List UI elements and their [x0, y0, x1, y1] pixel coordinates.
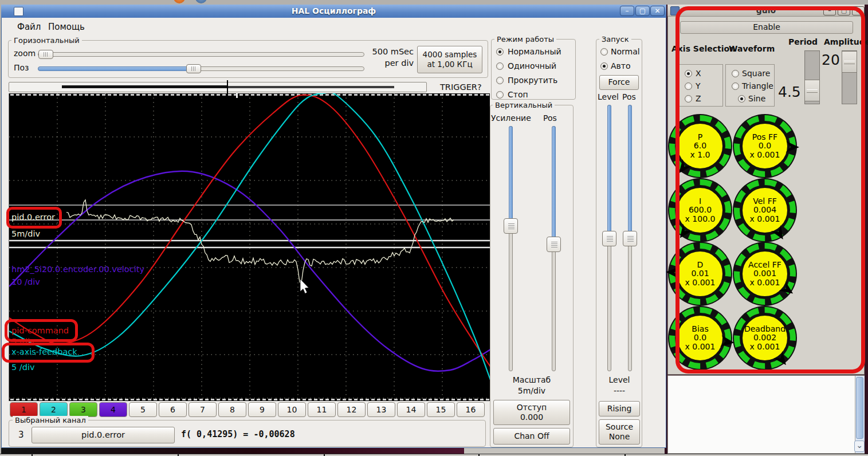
channel-button-4[interactable]: 4	[99, 402, 127, 417]
gain-label: Усиление	[491, 113, 531, 123]
gui0-window-icon	[670, 6, 680, 15]
trigger-marker[interactable]	[227, 80, 228, 94]
axis-y-label[interactable]: Y	[696, 81, 701, 91]
mode-single-label[interactable]: Одиночный	[508, 61, 556, 70]
knob-i[interactable]: I600.0x 100.0	[668, 178, 732, 242]
axis-x-radio[interactable]	[685, 70, 692, 77]
vertical-pos-slider-handle[interactable]	[547, 237, 561, 252]
gain-slider-handle[interactable]	[504, 218, 518, 234]
channel-button-14[interactable]: 14	[397, 402, 425, 417]
amplitude-slider-handle[interactable]	[842, 51, 857, 73]
mode-roll-radio[interactable]	[496, 77, 504, 84]
desktop-top-strip	[0, 0, 868, 5]
samples-button[interactable]: 4000 samples at 1,00 КГц	[417, 46, 482, 73]
knob-bias[interactable]: Bias0.0x 0.001	[668, 306, 732, 370]
channel-button-13[interactable]: 13	[367, 402, 395, 417]
waveform-sine-radio[interactable]	[738, 95, 745, 103]
hal-window-icon	[14, 7, 23, 16]
trigger-remaining-span	[228, 86, 394, 88]
channel-button-12[interactable]: 12	[337, 402, 366, 417]
taskbar-edge[interactable]	[0, 454, 868, 456]
knob-d[interactable]: D0.01x 0.001	[668, 242, 732, 306]
waveform-sine-label[interactable]: Sine	[748, 94, 765, 103]
chan-off-button[interactable]: Chan Off	[493, 428, 570, 445]
knob-deadband[interactable]: Deadband0.002x 0.001	[733, 306, 797, 370]
knob-pointer	[666, 240, 734, 308]
channel-button-6[interactable]: 6	[159, 402, 187, 417]
gui0-maximize-button[interactable]: ▢	[838, 6, 850, 15]
menu-file[interactable]: Файл	[14, 21, 44, 33]
menu-help[interactable]: Помощь	[45, 21, 88, 33]
channel-error-name: pid.0.error	[11, 213, 55, 222]
channel-button-5[interactable]: 5	[129, 402, 157, 417]
axis-y-radio[interactable]	[685, 82, 692, 90]
channel-button-15[interactable]: 15	[427, 402, 455, 417]
pos-slider-handle[interactable]	[186, 64, 201, 73]
zoom-slider-handle[interactable]	[38, 50, 53, 59]
force-button[interactable]: Force	[599, 75, 639, 90]
rate-line1: 500 mSec	[368, 47, 414, 56]
scope-display[interactable]	[9, 93, 490, 401]
waveform-square-label[interactable]: Square	[742, 69, 770, 78]
mode-normal-radio[interactable]	[496, 48, 504, 56]
gui0-close-button[interactable]: ✕	[852, 6, 865, 15]
knob-vel-ff[interactable]: Vel FF0.004x 0.001	[733, 178, 797, 242]
channel-button-9[interactable]: 9	[248, 402, 276, 417]
trigger-auto-radio[interactable]	[600, 62, 608, 70]
period-slider-handle[interactable]	[804, 80, 820, 101]
selected-channel-number: 3	[18, 430, 24, 440]
mode-roll-label[interactable]: Прокрутить	[508, 76, 557, 85]
channel-button-8[interactable]: 8	[218, 402, 246, 417]
enable-label: Enable	[753, 22, 780, 33]
waveform-triangle-label[interactable]: Triangle	[742, 81, 773, 91]
channel-button-11[interactable]: 11	[308, 402, 336, 417]
channel-button-2[interactable]: 2	[40, 402, 68, 417]
scrollbar-down-button[interactable]: ⌄	[854, 441, 865, 452]
scrollbar-thumb[interactable]	[856, 377, 863, 439]
channel-button-7[interactable]: 7	[188, 402, 217, 417]
source-button[interactable]: Source None	[599, 419, 640, 445]
axis-z-radio[interactable]	[685, 95, 692, 103]
bottom-dark-strip	[1, 448, 464, 454]
rising-button[interactable]: Rising	[599, 401, 640, 416]
trigger-auto-label[interactable]: Авто	[611, 61, 631, 70]
offset-button[interactable]: Отступ 0.000	[493, 400, 570, 425]
channel-button-16[interactable]: 16	[457, 402, 485, 417]
axis-x-label[interactable]: X	[696, 69, 701, 78]
knob-pos-ff[interactable]: Pos FF0.0x 0.001	[733, 114, 797, 178]
zoom-slider-track[interactable]	[38, 52, 364, 57]
close-button[interactable]: ✕	[650, 6, 665, 16]
trigger-pos-slider-handle[interactable]	[623, 231, 637, 246]
channel-button-3[interactable]: 3	[69, 402, 97, 417]
maximize-button[interactable]: ▢	[635, 6, 650, 16]
channel-command-units: 5 /div	[11, 337, 35, 346]
trigger-level-slider-handle[interactable]	[602, 231, 616, 246]
waveform-triangle-radio[interactable]	[732, 82, 739, 90]
hal-title-bar[interactable]: HAL Осциллограф	[1, 5, 666, 18]
waveform-label: Waveform	[729, 44, 775, 53]
mode-normal-label[interactable]: Нормальный	[508, 47, 561, 56]
scale-label: Масштаб	[492, 375, 572, 384]
channel-button-10[interactable]: 10	[278, 402, 306, 417]
selected-channel-name: pid.0.error	[81, 430, 125, 440]
mouse-cursor	[300, 279, 309, 294]
chan-off-label: Chan Off	[514, 431, 549, 442]
trigger-normal-radio[interactable]	[600, 48, 608, 56]
channel-error-units: 5m/div	[11, 229, 40, 238]
axis-selection-label: Axis Selection	[671, 44, 735, 53]
channel-button-1[interactable]: 1	[10, 402, 38, 417]
mode-stop-label[interactable]: Стоп	[508, 90, 528, 99]
axis-z-label[interactable]: Z	[696, 94, 701, 103]
rate-line2: per div	[368, 58, 414, 68]
selected-channel-name-button[interactable]: pid.0.error	[32, 427, 175, 443]
gain-slider-fill	[509, 126, 513, 221]
minimize-button[interactable]: –	[620, 6, 634, 16]
mode-stop-radio[interactable]	[496, 91, 504, 99]
trigger-normal-label[interactable]: Normal	[611, 47, 640, 56]
waveform-square-radio[interactable]	[732, 70, 739, 77]
mode-single-radio[interactable]	[496, 62, 504, 70]
channel-velocity-name: hm2_5i20.0.encoder.00.velocity	[11, 265, 144, 274]
enable-button[interactable]: Enable	[680, 21, 853, 34]
knob-p[interactable]: P6.0x 1.0	[668, 114, 732, 178]
gui0-minimize-button[interactable]: –	[823, 6, 836, 15]
